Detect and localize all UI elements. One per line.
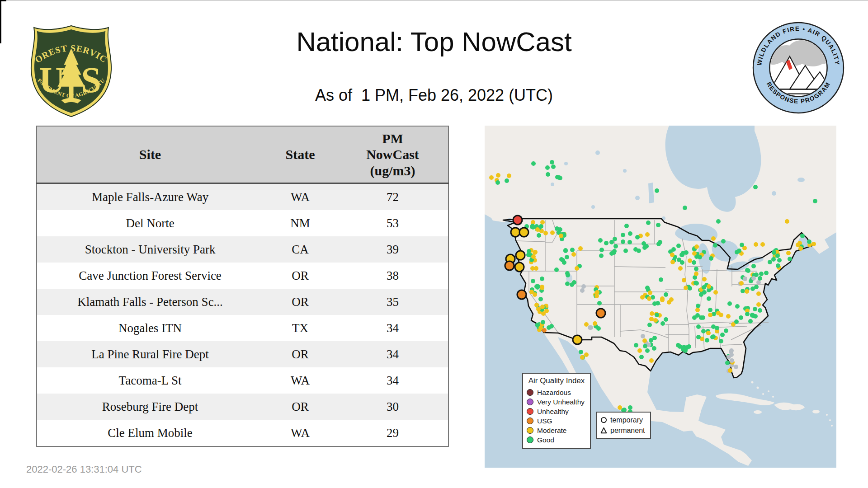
window-corner-edge	[0, 0, 6, 1]
state-cell: WA	[263, 367, 337, 394]
monitor-dot	[713, 243, 717, 248]
aqi-legend-label: Good	[537, 436, 554, 444]
monitor-dot	[643, 344, 647, 348]
monitor-dot	[551, 164, 556, 169]
monitor-dot	[628, 231, 632, 236]
aqi-legend-item: Hazardous	[527, 388, 586, 397]
wfaqrp-badge-icon: WILDLAND FIRE • AIR QUALITY RESPONSE PRO…	[750, 20, 846, 116]
monitor-dot	[693, 281, 698, 285]
monitor-dot	[535, 285, 540, 290]
value-cell: 38	[337, 263, 448, 289]
monitor-dot	[558, 227, 562, 232]
monitor-dot	[694, 267, 698, 271]
monitor-dot	[609, 251, 614, 256]
monitor-dot	[679, 253, 684, 257]
monitor-dot	[554, 267, 559, 272]
state-cell: TX	[263, 315, 337, 341]
monitor-dot	[724, 328, 728, 333]
monitor-dot	[571, 252, 576, 257]
monitor-dot	[505, 178, 509, 183]
aqi-swatch-icon	[527, 427, 533, 434]
monitor-dot	[759, 272, 764, 276]
monitor-dot	[715, 326, 719, 330]
state-cell: OR	[263, 289, 337, 315]
monitor-dot	[534, 266, 538, 271]
top-site-marker	[519, 227, 529, 238]
monitor-dot	[702, 277, 707, 282]
monitor-dot	[555, 175, 560, 179]
monitor-dot	[753, 185, 758, 189]
monitor-dot	[578, 246, 583, 251]
monitor-dot	[730, 358, 734, 363]
monitor-dot	[756, 291, 761, 296]
table-row: Maple Falls-Azure WayWA72	[37, 183, 448, 211]
monitor-dot	[580, 288, 585, 293]
monitor-dot	[727, 301, 732, 306]
monitor-dot	[786, 251, 791, 255]
aqi-legend-label: Hazardous	[537, 389, 571, 397]
value-cell: 53	[337, 210, 448, 236]
aqi-legend-item: Unhealthy	[527, 407, 586, 416]
aqi-swatch-icon	[527, 399, 533, 405]
monitor-dot	[745, 312, 750, 316]
monitor-dot	[705, 338, 709, 343]
value-cell: 39	[337, 236, 448, 263]
monitor-dot	[695, 308, 700, 312]
monitor-dot	[811, 242, 816, 246]
table-row: Del NorteNM53	[37, 210, 448, 236]
monitor-dot	[496, 173, 500, 178]
monitor-dot	[656, 301, 660, 305]
window-top-edge	[0, 0, 868, 0]
monitor-dot	[807, 239, 811, 244]
site-cell: Maple Falls-Azure Way	[37, 183, 263, 211]
column-header-state: State	[263, 126, 337, 183]
monitor-dot	[726, 355, 731, 359]
top-site-marker	[514, 262, 525, 272]
state-cell: OR	[263, 394, 337, 420]
monitor-dot	[711, 334, 716, 339]
top-site-marker	[516, 289, 527, 300]
temporary-label: temporary	[610, 416, 643, 424]
aqi-legend-item: Good	[527, 435, 586, 445]
monitor-dot	[624, 224, 629, 228]
monitor-dot	[696, 324, 701, 329]
page-title: National: Top NowCast	[0, 26, 868, 57]
monitor-dot	[798, 246, 803, 251]
monitor-dot	[701, 329, 706, 333]
monitor-dot	[726, 314, 731, 319]
top-site-marker	[505, 261, 515, 271]
monitor-dot	[740, 243, 744, 247]
top-site-marker	[515, 250, 526, 260]
monitor-dot	[771, 257, 776, 262]
permanent-label: permanent	[610, 427, 645, 435]
monitor-dot	[725, 361, 730, 365]
monitor-dot	[538, 297, 543, 301]
monitor-dot	[751, 264, 756, 268]
monitor-dot	[604, 241, 609, 245]
monitor-dot	[627, 240, 632, 244]
monitor-dot	[655, 313, 659, 317]
monitor-dot	[678, 266, 683, 271]
column-header-site: Site	[37, 126, 263, 183]
aqi-swatch-icon	[527, 436, 533, 443]
monitor-dot	[562, 260, 566, 265]
monitor-dot	[645, 232, 650, 237]
monitor-dot	[507, 174, 511, 178]
monitor-dot	[580, 355, 585, 360]
monitor-dot	[694, 244, 699, 249]
monitor-dot	[660, 296, 665, 301]
monitor-dot	[706, 331, 711, 335]
monitor-dot	[692, 251, 697, 256]
permanent-triangle-icon	[600, 427, 607, 434]
monitor-dot	[776, 263, 780, 268]
site-cell: Klamath Falls - Peterson Sc...	[37, 289, 263, 315]
column-header-pm-nowcast: PM NowCast (ug/m3)	[337, 126, 448, 183]
monitor-dot	[641, 334, 645, 338]
monitor-dot	[756, 302, 761, 307]
aqi-map: Air Quality Index HazardousVery Unhealth…	[485, 126, 836, 468]
monitor-dot	[708, 308, 712, 312]
monitor-dot	[688, 286, 692, 291]
monitor-dot	[772, 250, 776, 255]
monitor-dot	[540, 220, 545, 225]
wfaqrp-logo: WILDLAND FIRE • AIR QUALITY RESPONSE PRO…	[750, 20, 846, 116]
